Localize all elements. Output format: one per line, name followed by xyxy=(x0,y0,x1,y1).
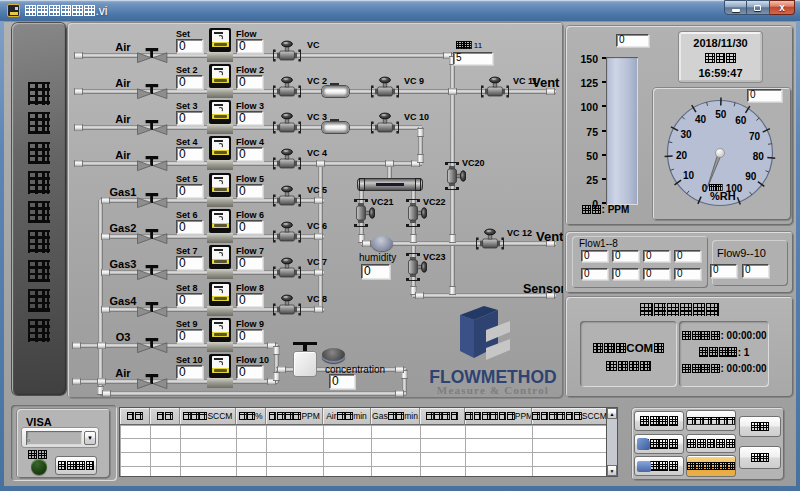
svg-text:70: 70 xyxy=(749,131,761,142)
svg-text:50: 50 xyxy=(715,109,727,120)
svg-text:20: 20 xyxy=(676,150,688,161)
svg-text:60: 60 xyxy=(735,115,747,126)
svg-text:90: 90 xyxy=(745,171,757,182)
svg-text:80: 80 xyxy=(753,151,765,162)
svg-text:30: 30 xyxy=(680,129,692,140)
svg-text:Measure & Control: Measure & Control xyxy=(437,384,549,396)
svg-text:10: 10 xyxy=(683,170,695,181)
svg-text:40: 40 xyxy=(695,114,707,125)
